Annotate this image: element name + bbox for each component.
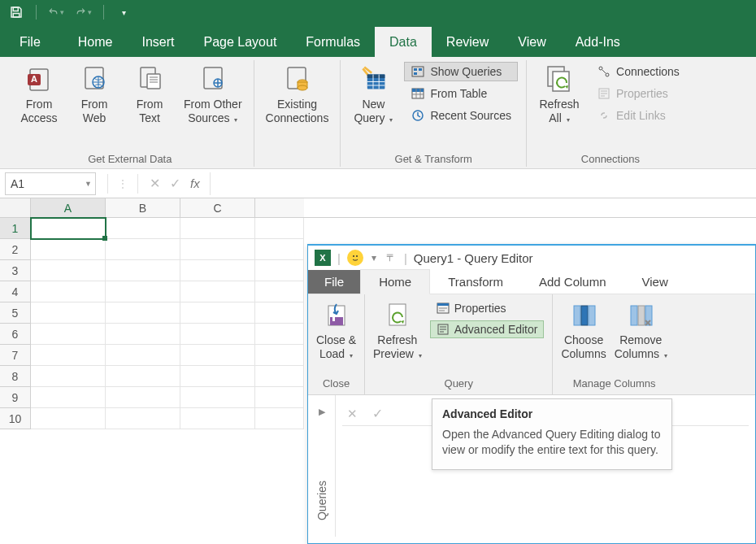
redo-icon[interactable]: ▾ bbox=[76, 4, 92, 20]
fill-handle[interactable] bbox=[102, 236, 107, 241]
remove-columns-button[interactable]: Remove Columns ▾ bbox=[615, 298, 667, 361]
choose-columns-button[interactable]: Choose Columns bbox=[561, 298, 606, 361]
new-query-button[interactable]: New Query ▾ bbox=[349, 60, 398, 125]
qe-properties-button[interactable]: Properties bbox=[430, 299, 545, 317]
save-icon[interactable] bbox=[8, 4, 24, 20]
from-other-sources-button[interactable]: From Other Sources ▾ bbox=[180, 60, 245, 125]
query-editor-tabs: File Home Transform Add Column View bbox=[308, 270, 755, 294]
cell[interactable] bbox=[180, 387, 255, 408]
row-header[interactable]: 1 bbox=[0, 218, 31, 239]
cell[interactable] bbox=[106, 366, 180, 387]
namebox-dropdown-icon[interactable]: ▼ bbox=[85, 180, 92, 188]
connections-button[interactable]: Connections bbox=[590, 62, 686, 81]
cell[interactable] bbox=[255, 387, 304, 408]
row-header[interactable]: 9 bbox=[0, 387, 31, 408]
feedback-icon[interactable] bbox=[347, 250, 363, 266]
tab-addins[interactable]: Add-Ins bbox=[561, 27, 635, 57]
row-header[interactable]: 7 bbox=[0, 345, 31, 366]
from-table-button[interactable]: From Table bbox=[404, 84, 518, 103]
cell[interactable] bbox=[31, 218, 106, 239]
cell[interactable] bbox=[255, 324, 304, 345]
cell[interactable] bbox=[255, 239, 304, 260]
from-text-button[interactable]: From Text bbox=[125, 60, 174, 125]
cell[interactable] bbox=[180, 302, 255, 324]
tab-file[interactable]: File bbox=[11, 27, 63, 57]
formula-input[interactable] bbox=[210, 172, 756, 195]
cell[interactable] bbox=[255, 408, 304, 429]
column-header[interactable]: B bbox=[106, 198, 180, 217]
tab-review[interactable]: Review bbox=[432, 27, 503, 57]
cell[interactable] bbox=[180, 281, 255, 302]
name-box[interactable]: A1 ▼ bbox=[5, 172, 96, 195]
cell[interactable] bbox=[106, 239, 180, 260]
qe-tab-file[interactable]: File bbox=[308, 270, 360, 294]
fx-icon[interactable]: fx bbox=[185, 176, 205, 190]
cell[interactable] bbox=[180, 324, 255, 345]
cell[interactable] bbox=[180, 408, 255, 429]
cell[interactable] bbox=[31, 324, 106, 345]
row-header[interactable]: 8 bbox=[0, 366, 31, 387]
tab-view[interactable]: View bbox=[503, 27, 560, 57]
cell[interactable] bbox=[255, 366, 304, 387]
qe-tab-add-column[interactable]: Add Column bbox=[521, 270, 624, 294]
row-header[interactable]: 5 bbox=[0, 302, 31, 324]
tab-page-layout[interactable]: Page Layout bbox=[189, 27, 291, 57]
cell[interactable] bbox=[180, 239, 255, 260]
close-and-load-button[interactable]: Close & Load ▾ bbox=[316, 298, 356, 361]
cell[interactable] bbox=[106, 260, 180, 281]
cell[interactable] bbox=[180, 345, 255, 366]
qe-tab-transform[interactable]: Transform bbox=[430, 270, 521, 294]
refresh-preview-button[interactable]: Refresh Preview ▾ bbox=[373, 298, 422, 361]
column-header[interactable]: C bbox=[180, 198, 255, 217]
cell[interactable] bbox=[180, 366, 255, 387]
refresh-all-button[interactable]: Refresh All ▾ bbox=[535, 60, 584, 125]
cell[interactable] bbox=[255, 345, 304, 366]
select-all-corner[interactable] bbox=[0, 198, 31, 217]
cell[interactable] bbox=[31, 408, 106, 429]
from-access-button[interactable]: A From Access bbox=[15, 60, 63, 125]
qe-tab-home[interactable]: Home bbox=[360, 269, 430, 294]
row-header[interactable]: 2 bbox=[0, 239, 31, 260]
cell[interactable] bbox=[255, 302, 304, 324]
cell[interactable] bbox=[180, 218, 255, 239]
queries-pane-collapsed[interactable]: ▶ Queries bbox=[308, 395, 336, 537]
edit-links-button: Edit Links bbox=[590, 106, 686, 125]
tab-insert[interactable]: Insert bbox=[127, 27, 189, 57]
cell[interactable] bbox=[31, 387, 106, 408]
row-header[interactable]: 3 bbox=[0, 260, 31, 281]
cell[interactable] bbox=[255, 260, 304, 281]
cell[interactable] bbox=[106, 408, 180, 429]
undo-icon[interactable]: ▾ bbox=[48, 4, 64, 20]
expand-pane-icon[interactable]: ▶ bbox=[319, 407, 325, 417]
column-header[interactable]: A bbox=[31, 198, 106, 217]
cell[interactable] bbox=[31, 345, 106, 366]
cell[interactable] bbox=[106, 345, 180, 366]
qat-caret-icon[interactable]: ▾ bbox=[370, 252, 378, 263]
cell[interactable] bbox=[255, 281, 304, 302]
cell[interactable] bbox=[31, 366, 106, 387]
cell[interactable] bbox=[31, 260, 106, 281]
advanced-editor-button[interactable]: Advanced Editor bbox=[430, 320, 545, 338]
cell[interactable] bbox=[106, 324, 180, 345]
cell[interactable] bbox=[106, 281, 180, 302]
row-header[interactable]: 6 bbox=[0, 324, 31, 345]
existing-connections-button[interactable]: Existing Connections bbox=[263, 60, 332, 125]
tab-home[interactable]: Home bbox=[63, 27, 128, 57]
from-web-button[interactable]: From Web bbox=[70, 60, 119, 125]
qe-tab-view[interactable]: View bbox=[624, 270, 686, 294]
cell[interactable] bbox=[106, 387, 180, 408]
tab-data[interactable]: Data bbox=[375, 27, 432, 57]
recent-sources-button[interactable]: Recent Sources bbox=[404, 106, 518, 125]
cell[interactable] bbox=[31, 239, 106, 260]
cell[interactable] bbox=[255, 218, 304, 239]
cell[interactable] bbox=[180, 260, 255, 281]
show-queries-button[interactable]: Show Queries bbox=[404, 62, 518, 81]
tab-formulas[interactable]: Formulas bbox=[291, 27, 375, 57]
cell[interactable] bbox=[106, 302, 180, 324]
cell[interactable] bbox=[31, 302, 106, 324]
cell[interactable] bbox=[31, 281, 106, 302]
row-header[interactable]: 10 bbox=[0, 408, 31, 429]
cell[interactable] bbox=[106, 218, 180, 239]
customize-qat-icon[interactable]: ▾ bbox=[115, 4, 132, 20]
row-header[interactable]: 4 bbox=[0, 281, 31, 302]
